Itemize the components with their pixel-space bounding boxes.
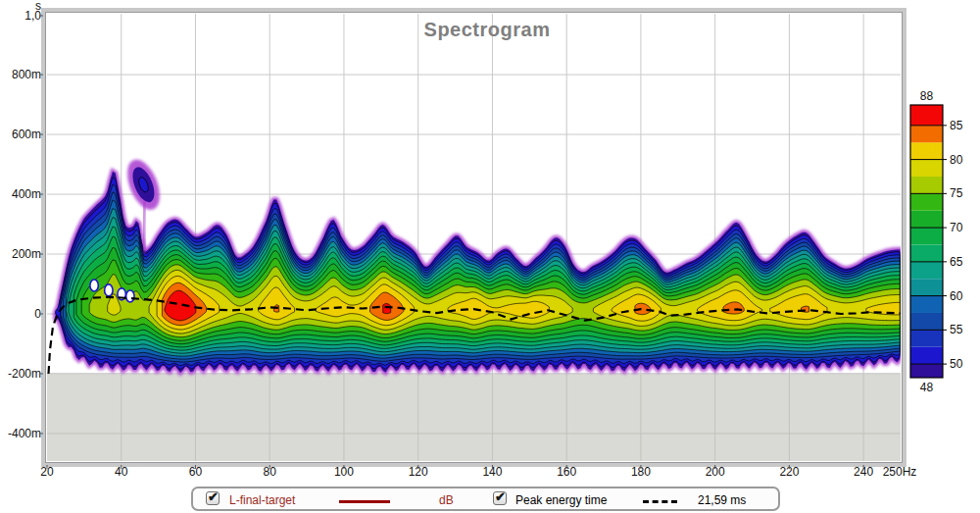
colorbar-band-72.5 — [910, 193, 943, 210]
colorbar-band-65 — [910, 244, 943, 261]
peak-energy-visibility-checkbox[interactable] — [493, 491, 507, 505]
colorbar-tick-label: 50 — [950, 357, 963, 371]
y-tick-label: 1,0 — [24, 9, 41, 23]
y-tick-label: -400m — [8, 427, 41, 440]
y-tick-label: 600m — [12, 128, 41, 141]
colorbar-tick-label: 65 — [950, 255, 963, 269]
spectrogram-canvas: s1,0800m600m400m200m0-200m-400m204060801… — [0, 0, 980, 513]
colorbar-tick-label: 75 — [950, 186, 963, 200]
spectrogram-window: s1,0800m600m400m200m0-200m-400m204060801… — [0, 0, 980, 513]
colorbar-tick-label: 55 — [950, 323, 963, 336]
colorbar-band-57.5 — [910, 296, 943, 313]
peak-energy-label: Peak energy time — [515, 493, 607, 507]
peak-energy-value: 21,59 ms — [698, 493, 746, 507]
x-axis-end-label: 250Hz — [883, 465, 917, 479]
colorbar-tick-label: 60 — [950, 289, 963, 303]
y-tick-label: 200m — [12, 247, 41, 261]
trace-unit-label: dB — [439, 493, 454, 507]
legend-bar: L-final-target dB Peak energy time 21,59… — [191, 487, 780, 511]
colorbar-band-67.5 — [910, 228, 943, 244]
colorbar-tick-label: 80 — [950, 153, 963, 167]
contour-void — [126, 290, 134, 302]
colorbar-tick-label: 85 — [950, 119, 963, 132]
trace-visibility-checkbox[interactable] — [206, 491, 220, 505]
contour-void — [105, 284, 113, 296]
excluded-region — [47, 374, 901, 461]
trace-line-sample — [339, 500, 390, 503]
colorbar-max-label: 88 — [920, 89, 934, 103]
y-tick-label: -200m — [8, 367, 41, 381]
colorbar-min-label: 48 — [920, 381, 934, 394]
colorbar-band-80 — [910, 142, 943, 159]
contour-void — [90, 280, 98, 291]
colorbar-band-70 — [910, 211, 943, 228]
colorbar-band-50 — [910, 347, 943, 364]
colorbar-band-52.5 — [910, 330, 943, 346]
colorbar-band-55 — [910, 313, 943, 330]
trace-label: L-final-target — [229, 493, 295, 507]
peak-energy-line-sample — [643, 500, 677, 503]
colorbar-tick-label: 70 — [950, 221, 963, 234]
y-tick-label: 400m — [12, 187, 41, 201]
colorbar-band-75 — [910, 177, 943, 193]
y-tick-label: 800m — [12, 68, 41, 81]
colorbar-band-85 — [910, 105, 943, 126]
colorbar-band-62.5 — [910, 262, 943, 279]
colorbar-band-48 — [910, 364, 943, 378]
colorbar-band-60 — [910, 279, 943, 295]
colorbar-band-82.5 — [910, 126, 943, 142]
colorbar-band-77.5 — [910, 160, 943, 177]
